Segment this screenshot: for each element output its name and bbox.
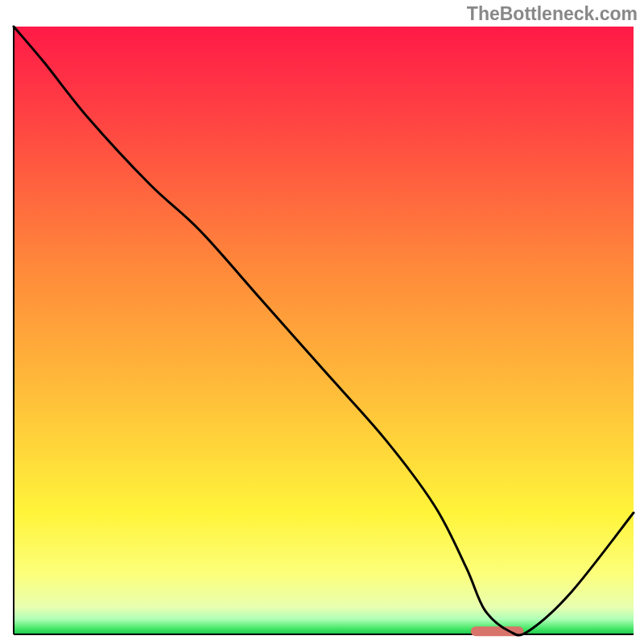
watermark-text: TheBottleneck.com	[467, 3, 638, 25]
plot-background	[14, 27, 634, 634]
chart-container: TheBottleneck.com	[0, 0, 644, 644]
bottleneck-chart	[0, 0, 644, 644]
